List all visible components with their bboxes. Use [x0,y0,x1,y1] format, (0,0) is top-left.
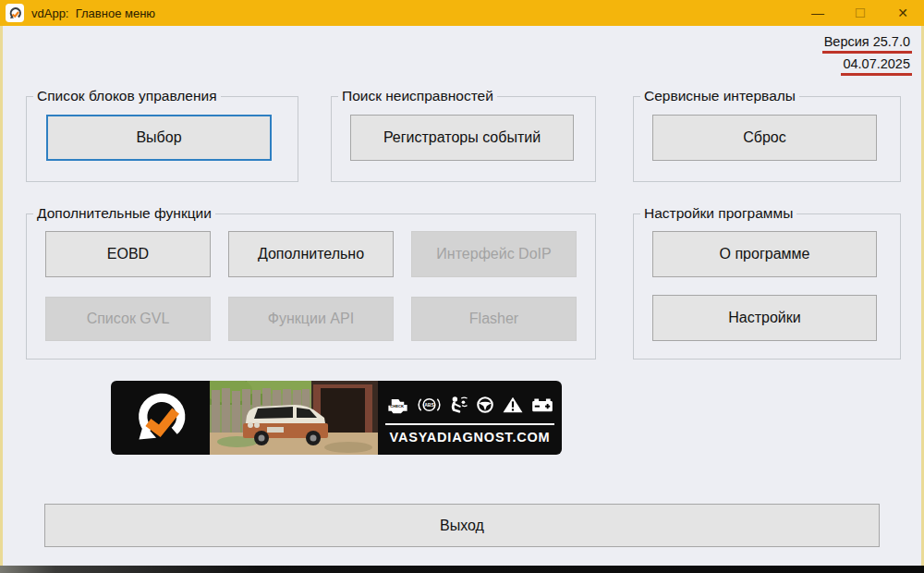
version-label: Версия 25.7.0 [822,34,912,54]
group-service-intervals-label: Сервисные интервалы [640,88,799,104]
group-extra-functions-label: Дополнительные функции [33,205,215,222]
titlebar: vdApp: Главное меню — ☐ ✕ [0,0,924,26]
version-date: 04.07.2025 [841,56,912,76]
exit-button[interactable]: Выход [44,504,880,547]
select-button[interactable]: Выбор [46,115,272,161]
api-functions-button: Функции API [228,297,394,341]
maximize-button: ☐ [839,0,881,26]
minimize-button[interactable]: — [796,0,839,26]
about-button[interactable]: О программе [652,231,877,277]
group-fault-finding-label: Поиск неисправностей [338,88,497,104]
svg-text:CHECK: CHECK [390,404,404,408]
battery-icon [530,396,554,414]
gvl-list-button: Список GVL [45,297,211,341]
group-fault-finding: Поиск неисправностей Регистраторы событи… [331,96,596,182]
warning-icons-row: CHECK ABS [385,391,554,419]
app-window: vdApp: Главное меню — ☐ ✕ Версия 25.7.0 … [0,0,924,573]
banner-divider [385,423,554,425]
group-service-intervals: Сервисные интервалы Сброс [633,96,901,182]
warning-triangle-icon [502,396,524,414]
car-photo [210,381,378,455]
check-engine-icon: CHECK [385,396,410,414]
group-control-modules: Список блоков управления Выбор [26,96,298,182]
banner-right: CHECK ABS [378,381,562,455]
flasher-button: Flasher [411,297,577,341]
svg-text:ABS: ABS [424,402,434,408]
version-block: Версия 25.7.0 04.07.2025 [822,33,912,78]
doip-interface-button: Интерфейс DoIP [411,231,577,277]
vasyadiagnost-logo-icon [111,381,210,455]
reset-button[interactable]: Сброс [652,115,877,161]
group-control-modules-label: Список блоков управления [33,88,221,104]
settings-button[interactable]: Настройки [652,295,877,341]
group-program-settings-label: Настройки программы [640,205,796,222]
additional-button[interactable]: Дополнительно [228,231,394,277]
event-recorders-button[interactable]: Регистраторы событий [350,115,574,161]
window-title: vdApp: Главное меню [31,6,155,20]
promo-banner[interactable]: CHECK ABS [111,381,562,455]
steering-wheel-icon [475,396,495,414]
banner-website: VASYADIAGNOST.COM [390,430,551,445]
abs-icon: ABS [417,396,442,414]
group-extra-functions: Дополнительные функции EOBD Дополнительн… [26,213,596,360]
airbag-icon [448,396,468,414]
eobd-button[interactable]: EOBD [45,231,211,277]
app-logo-icon [6,4,24,22]
bottom-strip [0,566,924,573]
group-program-settings: Настройки программы О программе Настройк… [633,213,901,360]
close-button[interactable]: ✕ [881,0,924,26]
